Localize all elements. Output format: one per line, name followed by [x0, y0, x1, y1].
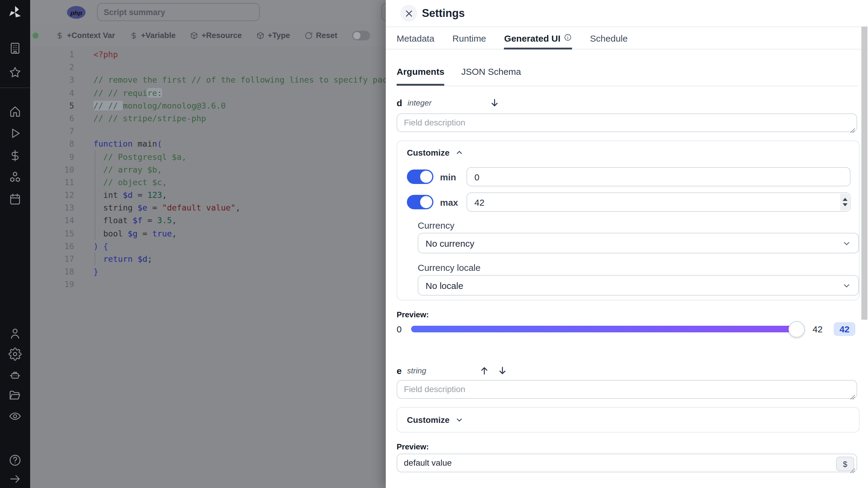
tab-runtime[interactable]: Runtime [453, 27, 486, 49]
app: php Path +Context Var+Variable+Resource+… [0, 0, 868, 488]
customize-label: Customize [407, 415, 450, 425]
add-variable-button[interactable]: +Variable [130, 31, 176, 40]
drawer-title: Settings [422, 7, 465, 20]
currency-locale-label: Currency locale [418, 262, 480, 272]
move-field-up-icon[interactable] [479, 366, 490, 376]
slider-value-badge: 42 [833, 322, 855, 336]
code-line: 8function main( [30, 138, 386, 150]
package-icon [256, 31, 265, 39]
top-bar: php Path [30, 0, 386, 24]
drawer-scrollbar[interactable] [861, 27, 867, 320]
line-number: 9 [30, 150, 74, 163]
field-d-description [397, 113, 857, 132]
field-d-header: d integer [397, 98, 500, 108]
resize-grip-icon[interactable] [850, 125, 855, 130]
field-e-preview-input[interactable]: default value [397, 454, 857, 472]
indent-guide [95, 150, 95, 240]
min-input[interactable] [467, 168, 850, 186]
chevron-up-icon [455, 148, 464, 157]
slider-handle[interactable] [788, 321, 805, 337]
move-field-down-icon[interactable] [490, 98, 500, 108]
slider-track[interactable] [411, 326, 799, 333]
field-type: integer [407, 98, 432, 107]
sidebar-item-home-icon[interactable] [8, 105, 22, 118]
line-number: 19 [30, 278, 74, 291]
sidebar-item-boxes-icon[interactable] [8, 171, 22, 184]
line-number: 8 [30, 138, 74, 150]
max-input[interactable] [467, 193, 850, 211]
sidebar-item-robot-icon[interactable] [8, 369, 22, 382]
code-line: 2 [30, 61, 386, 74]
field-e-description-input[interactable] [397, 381, 857, 398]
line-number: 10 [30, 163, 74, 176]
sidebar-item-eye-icon[interactable] [8, 409, 22, 423]
min-toggle[interactable] [407, 170, 433, 184]
tab-arguments[interactable]: Arguments [397, 66, 444, 86]
sidebar-item-building-icon[interactable] [8, 41, 22, 55]
currency-locale-select-value: No locale [426, 280, 463, 290]
sidebar-item-arrow-right-icon[interactable] [8, 472, 22, 486]
code-line: 11 // object $c, [30, 176, 386, 189]
sidebar-item-calendar-icon[interactable] [8, 193, 22, 206]
field-e-preview: default value $ [397, 454, 857, 472]
field-e-description [397, 380, 857, 399]
code-line: 6// // stripe/stripe-php [30, 112, 386, 125]
tab-schedule[interactable]: Schedule [590, 27, 628, 49]
add-context-var-button[interactable]: +Context Var [56, 31, 115, 40]
code-editor[interactable]: 1<?php23// remove the first // of the fo… [30, 47, 386, 488]
diff-toggle[interactable] [352, 30, 370, 40]
field-d-preview-slider-row: 0 42 42 [397, 322, 858, 336]
field-type: string [407, 366, 427, 375]
tab-generated-ui[interactable]: Generated UI [504, 27, 572, 49]
line-number: 14 [30, 214, 74, 227]
code-line: 1<?php [30, 48, 386, 61]
code-line: 16) { [30, 240, 386, 253]
min-input-box [467, 167, 850, 186]
field-e-customize-card: Customize [397, 407, 860, 432]
slider-min-label: 0 [397, 324, 406, 334]
tab-metadata[interactable]: Metadata [397, 27, 434, 49]
windmill-logo-icon[interactable] [7, 4, 24, 21]
max-toggle[interactable] [407, 195, 433, 209]
line-number: 17 [30, 253, 74, 265]
code-line: 12 int $d = 123, [30, 189, 386, 201]
sidebar-item-play-icon[interactable] [8, 127, 22, 140]
currency-locale-select[interactable]: No locale [418, 275, 859, 295]
sidebar-item-help-icon[interactable] [8, 454, 22, 467]
close-icon[interactable] [400, 5, 417, 22]
currency-select[interactable]: No currency [418, 233, 859, 253]
customize-toggle[interactable]: Customize [397, 408, 859, 425]
reset-button[interactable]: Reset [304, 31, 337, 40]
add-resource-button[interactable]: +Resource [190, 31, 242, 40]
field-d-description-input[interactable] [397, 114, 857, 132]
tab-json-schema[interactable]: JSON Schema [461, 66, 521, 86]
line-number: 1 [30, 48, 74, 61]
line-number: 11 [30, 176, 74, 189]
field-e-header: e string [397, 366, 507, 376]
sidebar-item-folder-open-icon[interactable] [8, 389, 22, 402]
add-type-button[interactable]: +Type [256, 31, 290, 40]
chevron-down-icon [455, 415, 464, 424]
sidebar-item-user-icon[interactable] [8, 327, 22, 340]
customize-toggle[interactable]: Customize [397, 141, 859, 157]
line-number: 3 [30, 74, 74, 87]
line-number: 18 [30, 265, 74, 278]
info-icon [564, 33, 572, 43]
generated-ui-panel: ArgumentsJSON Schema d integer Customize… [386, 50, 868, 488]
script-summary-input[interactable] [97, 3, 260, 21]
sidebar-item-settings-icon[interactable] [8, 347, 22, 361]
resize-grip-icon[interactable] [850, 392, 855, 397]
line-number: 4 [30, 87, 74, 99]
sidebar-item-dollar-icon[interactable] [8, 149, 22, 162]
code-line: 15 bool $g = true, [30, 227, 386, 240]
field-d-preview-label: Preview: [397, 310, 429, 319]
code-line: 19 [30, 278, 386, 291]
sidebar-item-star-icon[interactable] [8, 66, 22, 79]
code-line: 3// remove the first // of the following… [30, 74, 386, 87]
field-name: d [397, 98, 402, 108]
line-number: 13 [30, 202, 74, 214]
move-field-down-icon[interactable] [497, 366, 507, 376]
number-spinner[interactable] [840, 194, 849, 210]
line-number: 5 [30, 99, 74, 112]
resize-grip-icon[interactable] [850, 465, 855, 470]
